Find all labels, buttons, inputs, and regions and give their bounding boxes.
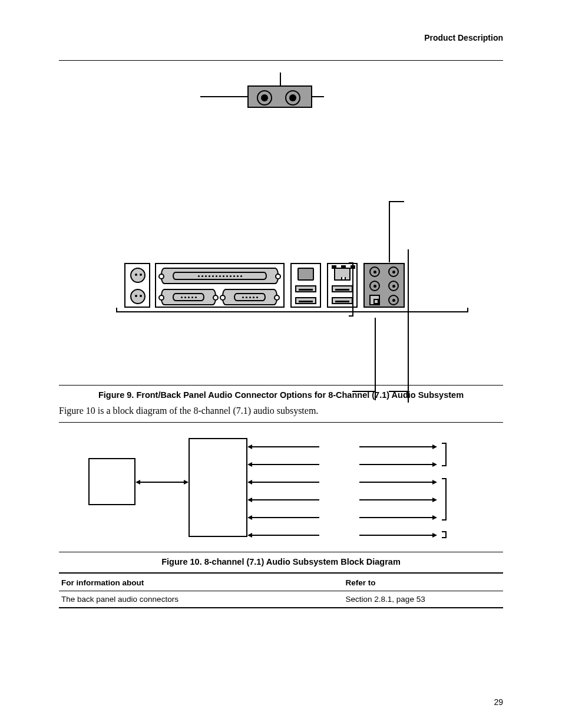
serial-port-icon — [161, 289, 216, 305]
spdif-optical-icon — [369, 295, 380, 305]
arrow-in — [249, 482, 319, 483]
figure-9-caption: Figure 9. Front/Back Panel Audio Connect… — [59, 390, 503, 400]
header-rule — [59, 60, 503, 61]
arrow-out — [359, 535, 436, 536]
arrow-in — [249, 464, 319, 465]
audio-jack-icon — [257, 90, 272, 106]
parallel-port-icon — [161, 268, 279, 284]
audio-jack-icon — [285, 90, 300, 106]
figure-rule — [59, 385, 503, 386]
bracket-icon — [438, 531, 447, 538]
back-panel-audio-block — [363, 263, 405, 308]
figure-9-illustration — [59, 73, 503, 385]
arrow-out — [359, 464, 436, 465]
ps2-port-icon — [130, 268, 146, 283]
audio-jack-icon — [388, 266, 399, 277]
audio-jack-icon — [369, 266, 380, 277]
figure-10-intro-text: Figure 10 is a block diagram of the 8-ch… — [59, 406, 503, 416]
parallel-serial-vga-block — [155, 263, 285, 308]
arrow-in — [249, 446, 319, 447]
arrow-out — [359, 499, 436, 500]
bracket-icon — [438, 478, 447, 521]
figure-10-block-diagram — [59, 422, 503, 552]
bracket-icon — [438, 443, 447, 466]
callout-line — [375, 318, 376, 400]
callout-line — [389, 391, 409, 392]
table-header-refer: Refer to — [343, 573, 503, 591]
usb-port-icon — [295, 285, 316, 292]
front-panel-audio-jacks — [200, 73, 324, 120]
audio-jack-icon — [369, 281, 380, 291]
page-number: 29 — [494, 697, 503, 707]
usb-port-icon — [295, 297, 316, 304]
arrow-bidirectional — [137, 482, 187, 483]
blank-port-icon — [297, 268, 314, 281]
arrow-in — [249, 517, 319, 518]
arrow-in — [249, 499, 319, 500]
table-header-info: For information about — [59, 573, 343, 591]
table-cell-info: The back panel audio connectors — [59, 591, 343, 608]
back-panel-io — [121, 252, 451, 323]
arrow-out — [359, 446, 436, 447]
block-left — [88, 458, 135, 505]
callout-line — [408, 249, 409, 403]
usb-block — [290, 263, 321, 308]
block-codec — [189, 438, 247, 537]
callout-line — [352, 391, 376, 392]
figure-rule — [59, 552, 503, 552]
arrow-in — [249, 535, 319, 536]
audio-jack-icon — [388, 295, 399, 305]
page-header: Product Description — [59, 33, 503, 42]
callout-bracket — [348, 262, 353, 317]
ps2-port-icon — [130, 289, 146, 304]
callout-line — [389, 201, 404, 202]
table-cell-refer: Section 2.8.1, page 53 — [343, 591, 503, 608]
figure-10-caption: Figure 10. 8-channel (7.1) Audio Subsyst… — [59, 557, 503, 566]
reference-table: For information about Refer to The back … — [59, 572, 503, 608]
callout-line — [389, 201, 390, 262]
arrow-out — [359, 482, 436, 483]
front-audio-module — [247, 85, 312, 108]
table-row: The back panel audio connectors Section … — [59, 591, 503, 608]
vga-port-icon — [222, 289, 277, 305]
arrow-out — [359, 517, 436, 518]
ps2-port-stack — [124, 263, 150, 308]
audio-jack-icon — [388, 281, 399, 291]
